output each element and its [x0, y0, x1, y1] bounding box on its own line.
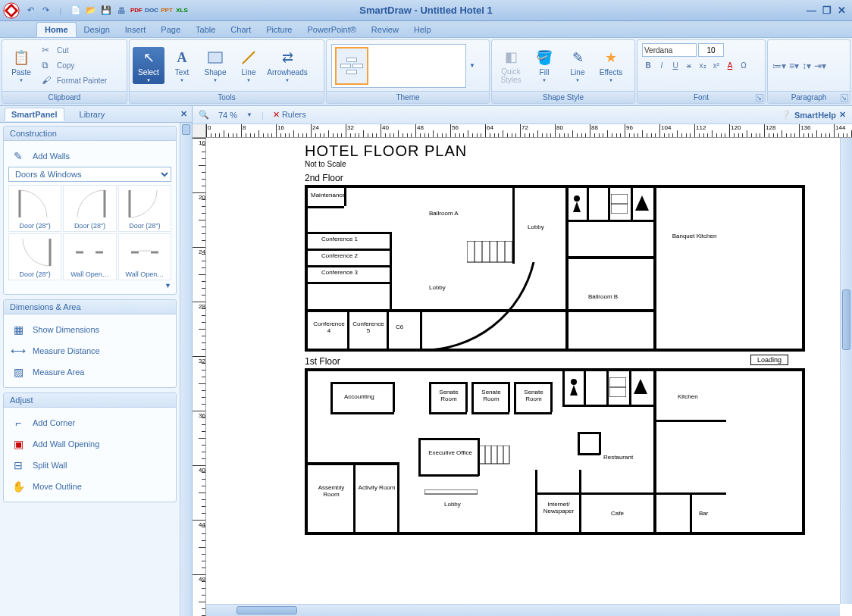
- underline-button[interactable]: U: [669, 60, 681, 72]
- wall-opening-shape-1[interactable]: Wall Open…: [63, 233, 116, 280]
- symbol-button[interactable]: Ω: [738, 60, 750, 72]
- shape-label: Wall Open…: [125, 270, 164, 278]
- fill-button[interactable]: 🪣Fill▼: [528, 47, 560, 84]
- door-shape-1[interactable]: Door (28"): [8, 185, 61, 232]
- zoom-icon[interactable]: 🔍: [199, 110, 209, 120]
- tab-help[interactable]: Help: [406, 23, 439, 36]
- line-spacing-button[interactable]: ↕▾: [802, 61, 811, 71]
- tab-table[interactable]: Table: [188, 23, 223, 36]
- measure-distance-label: Measure Distance: [33, 346, 100, 355]
- measure-area-button[interactable]: ▨Measure Area: [8, 361, 171, 383]
- bucket-icon: 🪣: [535, 48, 553, 67]
- undo-button[interactable]: ↶: [24, 5, 36, 17]
- smarthelp-button[interactable]: SmartHelp: [794, 111, 836, 120]
- canvas-vertical-scrollbar[interactable]: [840, 138, 852, 604]
- show-dimensions-button[interactable]: ▦Show Dimensions: [8, 319, 171, 340]
- tab-page[interactable]: Page: [153, 23, 188, 36]
- select-tool-button[interactable]: ↖Select▼: [133, 47, 164, 84]
- new-button[interactable]: 📄: [70, 5, 82, 17]
- add-wall-opening-button[interactable]: ▣Add Wall Opening: [8, 433, 171, 455]
- chevron-down-icon[interactable]: ▼: [469, 62, 475, 69]
- tab-chart[interactable]: Chart: [223, 23, 258, 36]
- paragraph-dialog-launcher[interactable]: ↘: [841, 94, 848, 102]
- tab-insert[interactable]: Insert: [117, 23, 154, 36]
- export-doc-button[interactable]: DOC: [146, 5, 158, 17]
- copy-icon: ⧉: [42, 60, 54, 72]
- split-wall-button[interactable]: ⊟Split Wall: [8, 455, 171, 476]
- line-style-button[interactable]: ✎Line▼: [562, 47, 594, 84]
- export-xls-button[interactable]: XLS: [176, 5, 188, 17]
- door-shape-3[interactable]: Door (28"): [118, 185, 171, 232]
- effects-button[interactable]: ★Effects▼: [595, 47, 627, 84]
- doors-windows-combo[interactable]: Doors & Windows: [8, 167, 171, 182]
- measure-distance-button[interactable]: ⟷Measure Distance: [8, 340, 171, 361]
- dropdown-icon[interactable]: ▼: [246, 111, 252, 118]
- font-group-label: Font: [637, 91, 765, 103]
- save-button[interactable]: 💾: [100, 5, 112, 17]
- font-color-button[interactable]: A: [724, 60, 736, 72]
- copy-button[interactable]: ⧉Copy: [39, 58, 110, 73]
- font-size-combo[interactable]: [698, 43, 724, 57]
- close-button[interactable]: ✕: [838, 5, 846, 16]
- chevron-down-icon[interactable]: ▼: [8, 282, 171, 289]
- tab-review[interactable]: Review: [364, 23, 406, 36]
- door-shape-2[interactable]: Door (28"): [63, 185, 116, 232]
- align-button[interactable]: ≡▾: [789, 61, 799, 71]
- italic-button[interactable]: I: [656, 60, 668, 72]
- panel-close-button[interactable]: ✕: [180, 109, 187, 119]
- subscript-button[interactable]: x₂: [697, 60, 709, 72]
- open-button[interactable]: 📂: [85, 5, 97, 17]
- show-dimensions-label: Show Dimensions: [33, 325, 99, 334]
- dimensions-header: Dimensions & Area: [4, 300, 176, 314]
- theme-gallery[interactable]: [331, 44, 466, 88]
- export-pdf-button[interactable]: PDF: [130, 5, 143, 17]
- rectangle-icon: [206, 48, 224, 67]
- shape-library-grid: Door (28") Door (28") Door (28") Door (2…: [8, 185, 171, 280]
- font-dialog-launcher[interactable]: ↘: [756, 94, 763, 102]
- bullets-button[interactable]: ≔▾: [772, 61, 786, 71]
- shape-tool-button[interactable]: Shape▼: [199, 47, 231, 84]
- strikethrough-button[interactable]: x̶: [683, 60, 695, 72]
- window-title: SmartDraw - Untitled Hotel 1: [359, 5, 493, 16]
- tab-home[interactable]: Home: [36, 22, 77, 37]
- drawing-canvas[interactable]: HOTEL FLOOR PLAN Not to Scale 2nd Floor …: [206, 138, 852, 616]
- tab-design[interactable]: Design: [77, 23, 117, 36]
- add-walls-button[interactable]: ✎Add Walls: [8, 145, 171, 167]
- move-outline-button[interactable]: ✋Move Outline: [8, 476, 171, 497]
- add-corner-button[interactable]: ⌐Add Corner: [8, 412, 171, 433]
- bold-button[interactable]: B: [642, 60, 654, 72]
- shape-label: Door (28"): [20, 270, 51, 278]
- wall-opening-shape-2[interactable]: Wall Open…: [118, 233, 171, 280]
- svg-point-18: [574, 195, 580, 202]
- text-label: Text: [175, 68, 189, 77]
- superscript-button[interactable]: x²: [710, 60, 722, 72]
- adjust-header: Adjust: [4, 393, 176, 408]
- format-painter-button[interactable]: 🖌Format Painter: [39, 73, 110, 89]
- rulers-toggle[interactable]: ✕ Rulers: [273, 110, 306, 120]
- canvas-horizontal-scrollbar[interactable]: [206, 604, 840, 616]
- add-walls-label: Add Walls: [33, 152, 70, 161]
- indent-button[interactable]: ⇥▾: [814, 61, 826, 71]
- line-tool-button[interactable]: Line▼: [233, 47, 265, 84]
- cut-button[interactable]: ✂Cut: [39, 43, 110, 58]
- smartpanel-scrollbar[interactable]: [180, 123, 192, 616]
- print-button[interactable]: 🖶: [115, 5, 127, 17]
- tab-picture[interactable]: Picture: [258, 23, 299, 36]
- redo-button[interactable]: ↷: [39, 5, 52, 17]
- zoom-level[interactable]: 74 %: [218, 111, 237, 120]
- quick-styles-button[interactable]: ◧Quick Styles: [495, 46, 527, 86]
- help-icon[interactable]: ❔: [781, 110, 791, 120]
- arrowheads-button[interactable]: ⇄Arrowheads▼: [266, 47, 309, 84]
- door-shape-4[interactable]: Door (28"): [8, 233, 61, 280]
- maximize-button[interactable]: ❐: [822, 5, 832, 16]
- floor1-plan: Accounting Senate Room Senate Room: [305, 368, 805, 535]
- library-tab[interactable]: Library: [74, 108, 111, 120]
- smarthelp-close[interactable]: ✕: [839, 110, 846, 120]
- font-name-combo[interactable]: [642, 43, 697, 57]
- smartpanel-tab[interactable]: SmartPanel: [5, 108, 64, 121]
- minimize-button[interactable]: —: [807, 5, 816, 16]
- export-ppt-button[interactable]: PPT: [161, 5, 173, 17]
- paste-button[interactable]: 📋 Paste ▼: [5, 47, 37, 84]
- text-tool-button[interactable]: AText▼: [166, 47, 198, 84]
- tab-powerpoint[interactable]: PowerPoint®: [299, 23, 363, 36]
